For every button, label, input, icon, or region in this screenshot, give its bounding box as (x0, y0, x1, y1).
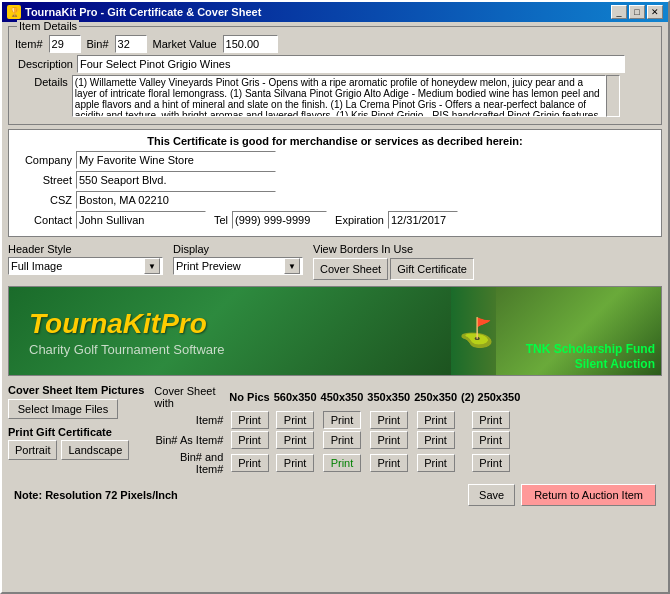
expiration-label: Expiration (335, 214, 384, 226)
row3-nopics-btn[interactable]: Print (231, 454, 269, 472)
size5-header: (2) 250x350 (459, 384, 522, 410)
banner-tagline: TNK Scholarship Fund Silent Auction (502, 342, 655, 373)
size2-header: 450x350 (319, 384, 366, 410)
print-row-2: Bin# As Item# Print Print Print Print Pr… (152, 430, 522, 450)
banner-left: TournaKitPro Charity Golf Tournament Sof… (9, 287, 499, 376)
maximize-button[interactable]: □ (629, 5, 645, 19)
cover-sheet-with-header: Cover Sheet with (152, 384, 227, 410)
description-label: Description (15, 58, 73, 70)
golf-divider: ⛳ (451, 287, 501, 376)
csz-input[interactable] (76, 191, 276, 209)
street-input[interactable] (76, 171, 276, 189)
row2-nopics-btn[interactable]: Print (231, 431, 269, 449)
display-dropdown[interactable]: Print Preview ▼ (173, 257, 303, 275)
bottom-bar: Note: Resolution 72 Pixels/Inch Save Ret… (8, 480, 662, 510)
market-value-input[interactable] (223, 35, 278, 53)
item-number-input[interactable] (49, 35, 81, 53)
contact-input[interactable] (76, 211, 206, 229)
window-title: TournaKit Pro - Gift Certificate & Cover… (25, 6, 261, 18)
item-row: Item# Bin# Market Value (15, 35, 655, 53)
display-dropdown-arrow[interactable]: ▼ (284, 258, 300, 274)
street-label: Street (17, 174, 72, 186)
row1-nopics-btn[interactable]: Print (231, 411, 269, 429)
portrait-landscape-row: Portrait Landscape (8, 440, 144, 460)
row2-450-btn[interactable]: Print (323, 431, 361, 449)
landscape-btn[interactable]: Landscape (61, 440, 129, 460)
return-to-auction-button[interactable]: Return to Auction Item (521, 484, 656, 506)
row2-2x250-btn[interactable]: Print (472, 431, 510, 449)
close-button[interactable]: ✕ (647, 5, 663, 19)
print-table: Cover Sheet with No Pics 560x350 450x350… (152, 384, 522, 476)
size1-header: 560x350 (272, 384, 319, 410)
contact-label: Contact (17, 214, 72, 226)
market-value-label: Market Value (153, 38, 217, 50)
certificate-box: This Certificate is good for merchandise… (8, 129, 662, 237)
details-label: Details (15, 75, 68, 88)
header-style-dropdown-container: Full Image ▼ (8, 257, 163, 275)
row2-350-btn[interactable]: Print (370, 431, 408, 449)
print-row-1: Item# Print Print Print Print Print Prin… (152, 410, 522, 430)
details-scrollbar[interactable] (606, 75, 620, 117)
display-value: Print Preview (176, 260, 241, 272)
details-row: Details (15, 75, 655, 117)
view-borders-label: View Borders In Use (313, 243, 474, 255)
certificate-title: This Certificate is good for merchandise… (17, 135, 653, 147)
cover-sheet-btn[interactable]: Cover Sheet (313, 258, 388, 280)
print-header-row: Cover Sheet with No Pics 560x350 450x350… (152, 384, 522, 410)
gift-certificate-btn[interactable]: Gift Certificate (390, 258, 474, 280)
app-icon: 🏆 (7, 5, 21, 19)
row1-250-btn[interactable]: Print (417, 411, 455, 429)
row2-label: Bin# As Item# (152, 430, 227, 450)
portrait-btn[interactable]: Portrait (8, 440, 57, 460)
row3-350-btn[interactable]: Print (370, 454, 408, 472)
row3-560-btn[interactable]: Print (276, 454, 314, 472)
no-pics-header: No Pics (227, 384, 271, 410)
minimize-button[interactable]: _ (611, 5, 627, 19)
tel-input[interactable] (232, 211, 327, 229)
header-dropdown-arrow[interactable]: ▼ (144, 258, 160, 274)
banner-logo-pro: Pro (160, 308, 207, 339)
header-style-label: Header Style (8, 243, 163, 255)
csz-row: CSZ (17, 191, 653, 209)
details-textarea[interactable] (72, 75, 606, 117)
select-image-files-btn[interactable]: Select Image Files (8, 399, 118, 419)
display-dropdown-container: Print Preview ▼ (173, 257, 303, 275)
bin-input[interactable] (115, 35, 147, 53)
main-window: 🏆 TournaKit Pro - Gift Certificate & Cov… (0, 0, 670, 594)
display-label: Display (173, 243, 303, 255)
row1-560-btn[interactable]: Print (276, 411, 314, 429)
description-input[interactable] (77, 55, 625, 73)
row1-350-btn[interactable]: Print (370, 411, 408, 429)
bin-label: Bin# (87, 38, 109, 50)
header-style-dropdown[interactable]: Full Image ▼ (8, 257, 163, 275)
row2-250-btn[interactable]: Print (417, 431, 455, 449)
row1-2x250-btn[interactable]: Print (472, 411, 510, 429)
row3-2x250-btn[interactable]: Print (472, 454, 510, 472)
company-label: Company (17, 154, 72, 166)
print-row-3: Bin# and Item# Print Print Print Print P… (152, 450, 522, 476)
banner-area: TournaKitPro Charity Golf Tournament Sof… (8, 286, 662, 376)
bottom-section: Cover Sheet Item Pictures Select Image F… (8, 384, 662, 476)
description-row: Description (15, 55, 655, 73)
title-bar-buttons: _ □ ✕ (611, 5, 663, 19)
cover-sheet-pictures-label: Cover Sheet Item Pictures (8, 384, 144, 396)
display-group: Display Print Preview ▼ (173, 243, 303, 275)
row1-450-btn[interactable]: Print (323, 411, 361, 429)
save-button[interactable]: Save (468, 484, 515, 506)
details-wrapper (72, 75, 655, 117)
expiration-input[interactable] (388, 211, 458, 229)
row3-label: Bin# and Item# (152, 450, 227, 476)
note-text: Note: Resolution 72 Pixels/Inch (14, 489, 178, 501)
title-bar: 🏆 TournaKit Pro - Gift Certificate & Cov… (2, 2, 668, 22)
banner-right: TNK Scholarship Fund Silent Auction (496, 287, 661, 376)
tel-label: Tel (214, 214, 228, 226)
view-btn-row: Cover Sheet Gift Certificate (313, 258, 474, 280)
row3-250-btn[interactable]: Print (417, 454, 455, 472)
print-gift-certificate-label: Print Gift Certificate (8, 426, 144, 438)
left-bottom: Cover Sheet Item Pictures Select Image F… (8, 384, 144, 476)
company-input[interactable] (76, 151, 276, 169)
row3-450-btn[interactable]: Print (323, 454, 361, 472)
row2-560-btn[interactable]: Print (276, 431, 314, 449)
view-borders-group: View Borders In Use Cover Sheet Gift Cer… (313, 243, 474, 280)
banner-subtitle: Charity Golf Tournament Software (29, 342, 479, 357)
